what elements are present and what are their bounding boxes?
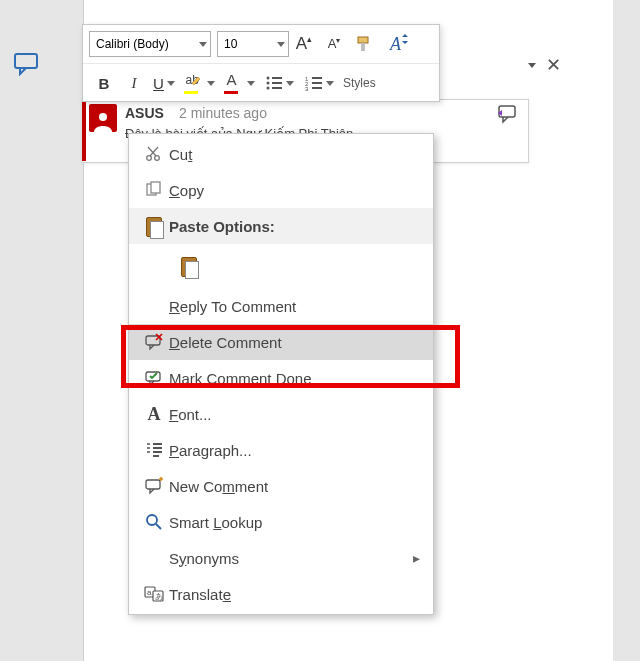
- grow-font-button[interactable]: A▴: [291, 31, 317, 57]
- ctx-new-comment[interactable]: New Comment: [129, 468, 433, 504]
- underline-button[interactable]: U: [151, 70, 177, 96]
- svg-rect-15: [312, 82, 322, 84]
- ctx-label: Paste Options:: [169, 218, 423, 235]
- font-name-combo[interactable]: Calibri (Body): [89, 31, 211, 57]
- mini-toolbar: Calibri (Body) 10 A▴ A▾ A B I U ab: [82, 24, 440, 102]
- shrink-font-button[interactable]: A▾: [321, 31, 347, 57]
- chevron-down-icon: [167, 81, 175, 86]
- comment-timestamp: 2 minutes ago: [179, 105, 267, 121]
- font-icon: A: [139, 404, 169, 425]
- paste-icon: [139, 213, 169, 239]
- svg-point-29: [147, 515, 157, 525]
- chevron-down-icon: [277, 42, 285, 47]
- ctx-label: New Comment: [169, 478, 423, 495]
- ctx-paste-option[interactable]: [129, 244, 433, 288]
- ctx-label: Smart Lookup: [169, 514, 423, 531]
- font-size-value: 10: [224, 37, 237, 51]
- svg-rect-28: [146, 480, 160, 489]
- svg-rect-0: [15, 54, 37, 68]
- svg-rect-13: [312, 77, 322, 79]
- svg-rect-21: [151, 182, 160, 193]
- comment-accent-bar: [82, 99, 86, 161]
- comment-gutter-icon[interactable]: [14, 52, 40, 76]
- svg-rect-7: [272, 77, 282, 79]
- ctx-reply-comment[interactable]: Reply To Comment: [129, 288, 433, 324]
- ctx-smart-lookup[interactable]: Smart Lookup: [129, 504, 433, 540]
- new-comment-icon: [139, 477, 169, 495]
- numbering-button[interactable]: 123: [301, 70, 337, 96]
- collapse-chevron-icon[interactable]: [528, 63, 536, 68]
- svg-text:3: 3: [305, 86, 309, 91]
- ctx-label: Copy: [169, 182, 423, 199]
- svg-text:A: A: [389, 34, 402, 54]
- ctx-label: Mark Comment Done: [169, 370, 423, 387]
- ctx-label: Cut: [169, 146, 423, 163]
- svg-rect-26: [153, 451, 162, 453]
- ctx-label: Paragraph...: [169, 442, 423, 459]
- ctx-paragraph[interactable]: Paragraph...: [129, 432, 433, 468]
- context-menu: Cut Copy Paste Options: Reply To Comment…: [128, 133, 434, 615]
- reply-icon[interactable]: [496, 104, 518, 124]
- svg-point-18: [147, 156, 152, 161]
- svg-rect-4: [361, 43, 365, 51]
- delete-comment-icon: [139, 333, 169, 351]
- ctx-cut[interactable]: Cut: [129, 136, 433, 172]
- paste-keep-source-icon: [179, 253, 199, 279]
- scissors-icon: [139, 145, 169, 163]
- svg-rect-24: [153, 443, 162, 445]
- svg-rect-25: [153, 447, 162, 449]
- bullets-button[interactable]: [261, 70, 297, 96]
- styles-button[interactable]: A: [381, 31, 417, 57]
- comment-author: ASUS: [125, 105, 164, 121]
- format-painter-button[interactable]: [351, 31, 377, 57]
- chevron-down-icon: [199, 42, 207, 47]
- svg-rect-3: [358, 37, 368, 43]
- svg-rect-11: [272, 87, 282, 89]
- svg-text:あ: あ: [155, 592, 163, 601]
- ctx-label: Synonyms: [169, 550, 409, 567]
- ctx-delete-comment[interactable]: Delete Comment: [129, 324, 433, 360]
- svg-point-1: [99, 113, 107, 121]
- mark-done-icon: [139, 369, 169, 387]
- ctx-copy[interactable]: Copy: [129, 172, 433, 208]
- ctx-label: Font...: [169, 406, 423, 423]
- ctx-synonyms[interactable]: Synonyms ▸: [129, 540, 433, 576]
- chevron-down-icon: [207, 81, 215, 86]
- chevron-down-icon: [326, 81, 334, 86]
- close-icon[interactable]: ✕: [546, 54, 561, 76]
- translate-icon: aあ: [139, 585, 169, 603]
- chevron-down-icon: [247, 81, 255, 86]
- paragraph-icon: [139, 442, 169, 458]
- ctx-paste-heading: Paste Options:: [129, 208, 433, 244]
- svg-point-10: [266, 87, 269, 90]
- copy-icon: [139, 181, 169, 199]
- svg-rect-27: [153, 455, 159, 457]
- svg-rect-17: [312, 87, 322, 89]
- chevron-down-icon: [286, 81, 294, 86]
- ctx-label: Delete Comment: [169, 334, 423, 351]
- italic-button[interactable]: I: [121, 70, 147, 96]
- ctx-translate[interactable]: aあ Translate: [129, 576, 433, 612]
- svg-point-8: [266, 82, 269, 85]
- highlight-button[interactable]: ab: [181, 70, 217, 96]
- svg-rect-9: [272, 82, 282, 84]
- svg-point-19: [155, 156, 160, 161]
- font-color-button[interactable]: A: [221, 70, 257, 96]
- chevron-right-icon: ▸: [409, 550, 423, 566]
- ctx-label: Reply To Comment: [169, 298, 423, 315]
- ctx-label: Translate: [169, 586, 423, 603]
- bold-button[interactable]: B: [91, 70, 117, 96]
- svg-point-6: [266, 77, 269, 80]
- font-name-value: Calibri (Body): [96, 37, 169, 51]
- smart-lookup-icon: [139, 513, 169, 531]
- avatar: [89, 104, 117, 132]
- svg-text:a: a: [147, 588, 152, 597]
- styles-label: Styles: [343, 76, 376, 90]
- ctx-font[interactable]: A Font...: [129, 396, 433, 432]
- font-size-combo[interactable]: 10: [217, 31, 289, 57]
- ctx-mark-done[interactable]: Mark Comment Done: [129, 360, 433, 396]
